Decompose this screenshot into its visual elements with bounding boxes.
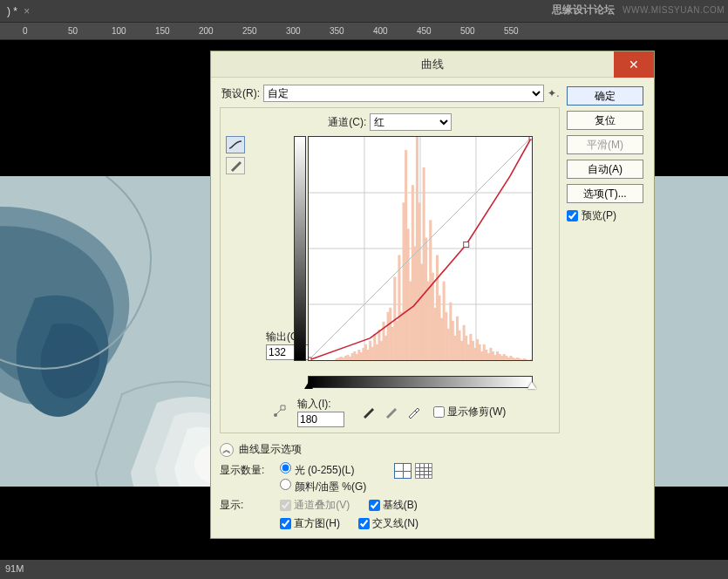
radio-light[interactable] — [280, 462, 291, 473]
document-tab[interactable]: ) * × — [0, 0, 37, 23]
preset-row: 预设(R): 自定 ✦. — [220, 85, 560, 102]
curve-point-icon — [228, 140, 242, 150]
eyedropper-white-icon — [406, 405, 420, 419]
target-adjust-icon — [272, 403, 291, 419]
watermark-sub: WWW.MISSYUAN.COM — [623, 5, 725, 15]
preset-select[interactable]: 自定 — [263, 85, 544, 102]
chk-histogram-label: 直方图(H) — [294, 516, 340, 531]
show-clip-checkbox[interactable] — [433, 406, 445, 418]
input-gradient-wrap — [308, 376, 533, 393]
radio-light-label: 光 (0-255)(L) — [295, 464, 355, 476]
curve-tools — [226, 136, 266, 427]
ruler-tick: 200 — [199, 26, 214, 36]
chk-histogram-row[interactable]: 直方图(H) — [280, 516, 340, 531]
black-point-slider[interactable] — [304, 382, 313, 389]
preset-label: 预设(R): — [220, 86, 263, 101]
ruler-horizontal: 0 50 100 150 200 250 300 350 400 450 500… — [0, 23, 728, 40]
eyedropper-white[interactable] — [405, 405, 421, 420]
dialog-title-text: 曲线 — [421, 58, 444, 71]
chk-baseline[interactable] — [369, 500, 380, 511]
auto-button[interactable]: 自动(A) — [567, 160, 643, 179]
input-gradient[interactable] — [308, 376, 533, 388]
eyedropper-black-icon — [361, 405, 375, 419]
chk-channel-overlay-label: 通道叠加(V) — [294, 498, 350, 513]
svg-point-113 — [274, 413, 277, 417]
status-size: 91M — [5, 563, 24, 574]
disclosure-label: 曲线显示选项 — [239, 442, 302, 457]
disclosure-row[interactable]: ︽ 曲线显示选项 — [220, 442, 560, 457]
ruler-tick: 400 — [373, 26, 388, 36]
chk-intersection-row[interactable]: 交叉线(N) — [358, 516, 418, 531]
radio-light-row[interactable]: 光 (0-255)(L) — [280, 464, 354, 476]
ruler-tick: 0 — [23, 26, 28, 36]
ruler-tick: 550 — [504, 26, 519, 36]
svg-rect-110 — [309, 358, 311, 360]
preview-checkbox[interactable] — [567, 210, 578, 221]
curve-tool-pencil[interactable] — [226, 157, 245, 174]
ok-button[interactable]: 确定 — [567, 86, 643, 106]
radio-ink[interactable] — [280, 479, 291, 490]
curve-group: 通道(C): 红 — [220, 107, 560, 433]
preview-row: 预览(P) — [567, 208, 645, 223]
chk-channel-overlay[interactable] — [280, 500, 291, 511]
svg-rect-112 — [529, 137, 532, 140]
show-amount-row: 显示数量: 光 (0-255)(L) — [220, 462, 560, 494]
white-point-slider[interactable] — [527, 382, 536, 389]
ruler-tick: 150 — [155, 26, 170, 36]
channel-select[interactable]: 红 — [370, 113, 452, 131]
show-label: 显示: — [220, 498, 277, 513]
close-tab-icon[interactable]: × — [24, 5, 30, 17]
smooth-button[interactable]: 平滑(M) — [567, 135, 643, 154]
ruler-tick: 100 — [112, 26, 126, 36]
show-clip-row[interactable]: 显示修剪(W) — [433, 405, 506, 419]
reset-button[interactable]: 复位 — [567, 111, 643, 130]
ruler-tick: 350 — [330, 26, 344, 36]
curves-dialog: 曲线 ✕ 确定 复位 平滑(M) 自动(A) 选项(T)... 预览(P) 预设… — [210, 51, 655, 539]
curve-tool-point[interactable] — [226, 136, 245, 153]
pencil-icon — [229, 160, 242, 172]
eyedropper-black[interactable] — [360, 405, 376, 420]
document-tab-suffix: ) * — [7, 5, 17, 17]
chk-intersection[interactable] — [358, 518, 370, 529]
svg-line-109 — [309, 137, 532, 360]
grid-coarse-icon[interactable] — [394, 463, 412, 479]
input-input[interactable] — [297, 412, 344, 427]
input-label: 输入(I): — [297, 397, 353, 412]
chk-histogram[interactable] — [280, 518, 291, 529]
curve-grid[interactable] — [308, 136, 533, 361]
grid-size-icons — [394, 463, 432, 479]
chk-channel-overlay-row[interactable]: 通道叠加(V) — [280, 498, 350, 513]
eyedropper-gray-icon — [384, 405, 398, 419]
curve-line — [309, 137, 532, 360]
ruler-tick: 50 — [68, 26, 78, 36]
ruler-tick: 300 — [286, 26, 301, 36]
chk-baseline-row[interactable]: 基线(B) — [369, 498, 418, 513]
eyedropper-gray[interactable] — [383, 405, 398, 420]
dialog-close-button[interactable]: ✕ — [614, 51, 654, 78]
chevron-up-icon[interactable]: ︽ — [220, 443, 234, 457]
ruler-tick: 500 — [460, 26, 475, 36]
dialog-side-buttons: 确定 复位 平滑(M) 自动(A) 选项(T)... 预览(P) — [567, 86, 645, 223]
ruler-tick: 250 — [242, 26, 257, 36]
close-icon: ✕ — [629, 58, 639, 72]
dialog-titlebar[interactable]: 曲线 ✕ — [211, 51, 654, 78]
show-options-row: 显示: 通道叠加(V) 基线(B) 直方图(H) 交叉线(N) — [220, 498, 560, 535]
chk-intersection-label: 交叉线(N) — [372, 516, 418, 531]
curve-area: 输出(O): — [266, 136, 536, 427]
gear-icon[interactable]: ✦. — [548, 87, 560, 99]
chk-baseline-label: 基线(B) — [383, 498, 418, 513]
show-amount-label: 显示数量: — [220, 463, 277, 478]
show-clip-label: 显示修剪(W) — [447, 405, 506, 419]
tab-bar: ) * × 思缘设计论坛 WWW.MISSYUAN.COM — [0, 0, 728, 23]
hand-tool-icon[interactable] — [266, 403, 297, 422]
status-bar: 91M — [0, 560, 728, 579]
radio-ink-row[interactable]: 颜料/油墨 %(G) — [280, 480, 366, 493]
preview-label: 预览(P) — [582, 208, 616, 223]
svg-rect-111 — [464, 242, 469, 247]
dialog-main: 预设(R): 自定 ✦. 通道(C): 红 — [220, 85, 560, 535]
grid-fine-icon[interactable] — [415, 463, 432, 479]
options-button[interactable]: 选项(T)... — [567, 184, 643, 203]
ruler-tick: 450 — [417, 26, 432, 36]
eyedropper-group — [360, 405, 421, 420]
channel-row: 通道(C): 红 — [226, 113, 554, 131]
